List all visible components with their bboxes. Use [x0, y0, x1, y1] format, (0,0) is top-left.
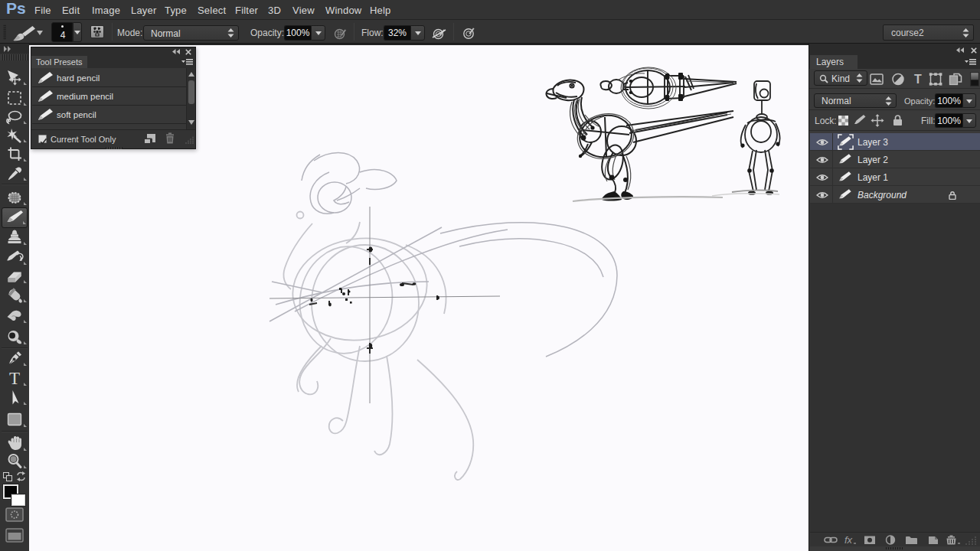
svg-text:T: T — [914, 73, 922, 86]
svg-text:T: T — [9, 369, 20, 388]
svg-text:fx: fx — [844, 535, 853, 545]
